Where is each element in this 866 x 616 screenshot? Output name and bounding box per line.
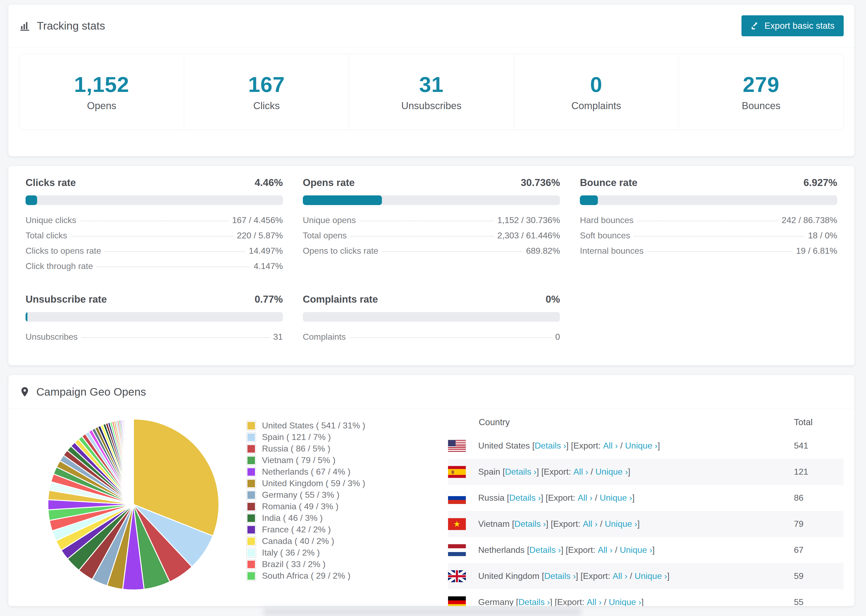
export-unique-link[interactable]: Unique › (609, 597, 641, 606)
export-all-link[interactable]: All › (578, 493, 592, 503)
country-flag (448, 518, 466, 530)
export-unique-link[interactable]: Unique › (595, 467, 628, 477)
progress-bar (25, 195, 283, 205)
stat-label: Opens (87, 100, 116, 112)
country-total: 86 (794, 485, 844, 511)
export-label: Export: (544, 467, 571, 477)
stat-row: Total clicks 220 / 5.87% (25, 231, 283, 246)
stat-box: 31 Unsubscribes (349, 54, 514, 130)
stat-row: Total opens 2,303 / 61.446% (303, 231, 560, 246)
country-total: 121 (794, 459, 844, 485)
export-all-link[interactable]: All › (587, 597, 601, 606)
stat-row: Internal bounces 19 / 6.81% (580, 246, 837, 261)
legend-swatch (246, 571, 256, 581)
stat-row: Complaints 0 (303, 332, 560, 347)
stat-row-label: Clicks to opens rate (25, 246, 101, 256)
stat-row-value: 18 / 0% (808, 231, 837, 240)
dotted-leader (647, 251, 792, 252)
legend-item: Brazil ( 33 / 2% ) (246, 558, 382, 570)
legend-item: Netherlands ( 67 / 4% ) (246, 466, 382, 478)
legend-label: Italy ( 36 / 2% ) (262, 548, 320, 558)
campaign-geo-opens-card: Campaign Geo Opens United States ( 541 /… (8, 375, 855, 606)
legend-label: Romania ( 49 / 3% ) (262, 501, 339, 511)
export-basic-stats-button[interactable]: Export basic stats (742, 15, 844, 36)
export-all-link[interactable]: All › (612, 571, 627, 581)
table-header-row: Country Total (448, 412, 844, 433)
legend-swatch (246, 479, 256, 488)
stat-row-label: Click through rate (25, 261, 93, 271)
rate-value: 0% (546, 294, 560, 305)
country-total: 59 (794, 563, 844, 589)
rates-card: Clicks rate 4.46% Unique clicks 167 / 4.… (8, 165, 855, 366)
export-label: Export: (568, 545, 595, 555)
stat-row-value: 31 (273, 332, 283, 342)
legend-item: United States ( 541 / 31% ) (246, 420, 382, 431)
stat-row-value: 2,303 / 61.446% (497, 231, 560, 240)
export-all-link[interactable]: All › (598, 545, 612, 555)
stat-label: Bounces (742, 100, 781, 112)
geo-pie-chart (19, 409, 231, 606)
table-row: United Kingdom [Details ›] [Export: All … (448, 563, 844, 589)
table-row: United States [Details ›] [Export: All ›… (448, 433, 844, 459)
details-link[interactable]: Details › (515, 519, 546, 529)
rate-value: 6.927% (804, 177, 838, 189)
country-total: 79 (794, 511, 844, 537)
export-all-link[interactable]: All › (583, 519, 598, 529)
dotted-leader (105, 251, 245, 252)
export-unique-link[interactable]: Unique › (625, 441, 658, 451)
stat-row-value: 0 (555, 332, 560, 342)
details-link[interactable]: Details › (544, 571, 576, 581)
dotted-leader (360, 221, 493, 221)
geo-content: United States ( 541 / 31% ) Spain ( 121 … (8, 409, 855, 606)
stat-value: 1,152 (74, 72, 129, 97)
country-total: 55 (794, 589, 844, 606)
bar-chart-icon (19, 20, 31, 32)
legend-item: Spain ( 121 / 7% ) (246, 431, 382, 443)
stat-label: Clicks (254, 100, 280, 112)
legend-label: India ( 46 / 3% ) (262, 513, 323, 523)
legend-label: Germany ( 55 / 3% ) (262, 490, 339, 500)
table-row: Russia [Details ›] [Export: All › / Uniq… (448, 485, 844, 511)
stat-row-label: Soft bounces (580, 231, 630, 240)
export-unique-link[interactable]: Unique › (620, 545, 652, 555)
table-row: Vietnam [Details ›] [Export: All › / Uni… (448, 511, 844, 537)
table-row: Netherlands [Details ›] [Export: All › /… (448, 537, 844, 563)
rate-title: Bounce rate (580, 177, 638, 189)
stat-row-value: 14.497% (249, 246, 283, 256)
stat-label: Unsubscribes (401, 100, 461, 112)
export-unique-link[interactable]: Unique › (600, 493, 632, 503)
details-link[interactable]: Details › (518, 597, 550, 606)
stat-row-value: 1,152 / 30.736% (497, 215, 560, 225)
details-link[interactable]: Details › (509, 493, 541, 503)
export-all-link[interactable]: All › (603, 441, 618, 451)
export-unique-link[interactable]: Unique › (635, 571, 667, 581)
dotted-leader (382, 251, 522, 252)
dotted-leader (350, 236, 493, 237)
total-column-header: Total (794, 412, 844, 433)
progress-fill (303, 195, 382, 205)
stat-row-value: 4.147% (254, 261, 283, 271)
details-link[interactable]: Details › (535, 441, 566, 451)
stat-row-label: Unique opens (303, 215, 356, 225)
export-label: Export: (557, 597, 584, 606)
legend-label: South Africa ( 29 / 2% ) (262, 571, 350, 581)
rate-value: 4.46% (255, 177, 283, 189)
dotted-leader (71, 236, 233, 237)
tracking-stats-header: Tracking stats Export basic stats (8, 5, 855, 47)
stat-row-label: Unique clicks (25, 215, 76, 225)
complaints-rate-section: Complaints rate 0% Complaints 0 (303, 294, 560, 347)
dotted-leader (80, 221, 228, 221)
stat-row-label: Hard bounces (580, 215, 633, 225)
export-all-link[interactable]: All › (573, 467, 588, 477)
stat-box: 279 Bounces (679, 54, 843, 130)
rate-title: Opens rate (303, 177, 355, 189)
progress-fill (25, 312, 27, 322)
legend-label: Spain ( 121 / 7% ) (262, 432, 331, 442)
stat-value: 0 (590, 72, 602, 97)
details-link[interactable]: Details › (529, 545, 561, 555)
export-unique-link[interactable]: Unique › (605, 519, 638, 529)
legend-swatch (246, 467, 256, 477)
legend-swatch (246, 548, 256, 558)
country-name: Netherlands (478, 545, 525, 555)
details-link[interactable]: Details › (505, 467, 537, 477)
